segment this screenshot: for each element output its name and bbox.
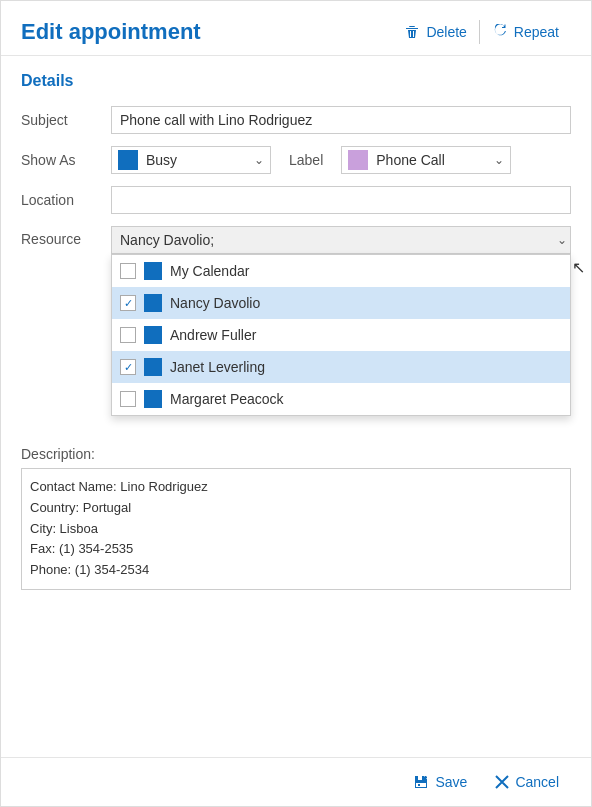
description-text: Contact Name: Lino RodriguezCountry: Por… — [30, 479, 208, 577]
header-actions: Delete Repeat — [392, 20, 571, 44]
resource-item-janet-leverling[interactable]: ✓ Janet Leverling — [112, 351, 570, 383]
resource-item-andrew-fuller[interactable]: Andrew Fuller — [112, 319, 570, 351]
resource-dropdown-list: My Calendar ✓ Nancy Davolio Andrew Fulle… — [111, 254, 571, 416]
description-label: Description: — [21, 446, 571, 462]
location-field — [111, 186, 571, 214]
repeat-button[interactable]: Repeat — [480, 20, 571, 44]
location-input[interactable] — [111, 186, 571, 214]
subject-row: Subject — [21, 106, 571, 134]
cancel-icon — [495, 775, 509, 789]
janet-leverling-color — [144, 358, 162, 376]
repeat-icon — [492, 24, 508, 40]
subject-field — [111, 106, 571, 134]
repeat-label: Repeat — [514, 24, 559, 40]
subject-input[interactable] — [111, 106, 571, 134]
resource-item-margaret-peacock[interactable]: Margaret Peacock — [112, 383, 570, 415]
location-row: Location — [21, 186, 571, 214]
my-calendar-checkbox[interactable] — [120, 263, 136, 279]
resource-item-my-calendar[interactable]: My Calendar — [112, 255, 570, 287]
andrew-fuller-checkbox[interactable] — [120, 327, 136, 343]
busy-chevron-icon: ⌄ — [248, 153, 270, 167]
janet-leverling-name: Janet Leverling — [170, 359, 265, 375]
resource-label: Resource — [21, 226, 111, 247]
save-button[interactable]: Save — [401, 770, 479, 794]
details-section-title: Details — [21, 72, 571, 90]
label-dropdown[interactable]: Phone Call ⌄ — [341, 146, 511, 174]
nancy-davolio-name: Nancy Davolio — [170, 295, 260, 311]
edit-appointment-dialog: Edit appointment Delete Repeat Details S… — [0, 0, 592, 807]
phonecall-chevron-icon: ⌄ — [488, 153, 510, 167]
delete-icon — [404, 24, 420, 40]
nancy-davolio-color — [144, 294, 162, 312]
save-label: Save — [435, 774, 467, 790]
andrew-fuller-color — [144, 326, 162, 344]
show-as-field: Busy ⌄ Label Phone Call ⌄ — [111, 146, 571, 174]
location-label: Location — [21, 192, 111, 208]
phonecall-color-swatch — [348, 150, 368, 170]
resource-field: Nancy Davolio; ⌄ My Calendar ✓ Na — [111, 226, 571, 254]
cancel-label: Cancel — [515, 774, 559, 790]
show-as-label: Show As — [21, 152, 111, 168]
busy-value: Busy — [144, 152, 248, 168]
resource-input[interactable]: Nancy Davolio; ⌄ — [111, 226, 571, 254]
dialog-title: Edit appointment — [21, 19, 201, 45]
resource-chevron-icon[interactable]: ⌄ — [557, 233, 567, 247]
show-as-row: Show As Busy ⌄ Label Phone Call ⌄ — [21, 146, 571, 174]
andrew-fuller-name: Andrew Fuller — [170, 327, 256, 343]
phonecall-value: Phone Call — [374, 152, 488, 168]
subject-label: Subject — [21, 112, 111, 128]
label-text: Label — [289, 152, 323, 168]
dialog-footer: Save Cancel — [1, 757, 591, 806]
busy-color-swatch — [118, 150, 138, 170]
show-as-dropdown[interactable]: Busy ⌄ — [111, 146, 271, 174]
cursor-indicator: ↖ — [572, 258, 585, 277]
dialog-content: Details Subject Show As Busy ⌄ Label Pho… — [1, 56, 591, 757]
cancel-button[interactable]: Cancel — [483, 770, 571, 794]
description-box[interactable]: Contact Name: Lino RodriguezCountry: Por… — [21, 468, 571, 590]
delete-label: Delete — [426, 24, 466, 40]
margaret-peacock-name: Margaret Peacock — [170, 391, 284, 407]
janet-leverling-checkbox[interactable]: ✓ — [120, 359, 136, 375]
margaret-peacock-checkbox[interactable] — [120, 391, 136, 407]
my-calendar-color — [144, 262, 162, 280]
nancy-davolio-checkbox[interactable]: ✓ — [120, 295, 136, 311]
resource-item-nancy-davolio[interactable]: ✓ Nancy Davolio — [112, 287, 570, 319]
margaret-peacock-color — [144, 390, 162, 408]
delete-button[interactable]: Delete — [392, 20, 479, 44]
resource-value: Nancy Davolio; — [120, 232, 214, 248]
resource-row: Resource Nancy Davolio; ⌄ My Calendar — [21, 226, 571, 254]
save-icon — [413, 774, 429, 790]
dialog-header: Edit appointment Delete Repeat — [1, 1, 591, 56]
my-calendar-name: My Calendar — [170, 263, 249, 279]
